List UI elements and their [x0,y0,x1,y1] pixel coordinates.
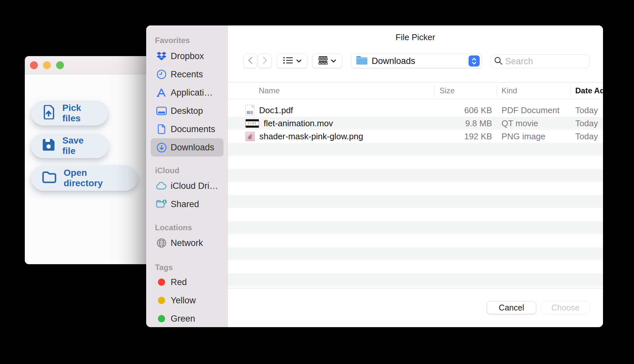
sidebar-item-label: Yellow [171,296,196,306]
sidebar-item-recents[interactable]: Recents [151,65,224,83]
column-header-kind[interactable]: Kind [502,83,517,99]
chevron-right-icon [263,57,267,65]
sidebar-item-label: Recents [171,69,203,80]
forward-button[interactable] [258,54,272,68]
sidebar-item-shared[interactable]: Shared [151,196,224,213]
empty-row [228,221,603,234]
back-button[interactable] [243,54,257,68]
file-date: Today [570,118,603,129]
chevron-down-icon [296,58,302,64]
section-favorites: Favorites [155,36,190,45]
dialog-title: File Picker [228,32,603,42]
file-browser-pane: File Picker [228,25,603,327]
section-locations: Locations [155,223,192,232]
appstore-a-icon [156,88,167,97]
empty-row [228,182,603,195]
column-header-date-added[interactable]: Date Added [575,83,603,99]
file-size: 192 KB [434,131,497,142]
sidebar-item-documents[interactable]: Documents [151,120,224,138]
footer-divider [228,288,603,288]
section-icloud: iCloud [155,166,179,175]
sidebar-item-downloads[interactable]: Downloads [151,138,224,157]
tag-dot-icon [156,297,167,304]
chevron-down-icon [331,58,336,64]
sidebar-item-label: Shared [171,199,199,209]
sidebar-item-label: Applicati… [171,88,213,98]
search-box[interactable] [490,54,590,68]
sidebar-item-label: Green [171,314,195,324]
file-size: 9.8 MB [434,118,497,129]
file-size: 606 KB [434,105,497,115]
sidebar-item-dropbox[interactable]: Dropbox [151,47,224,65]
group-mode-button[interactable] [312,54,342,68]
file-kind: PDF Document [497,105,570,115]
minimize-window-button[interactable] [43,61,51,69]
folder-open-icon [42,171,56,186]
close-window-button[interactable] [30,61,38,69]
empty-row [228,260,603,273]
column-header-size[interactable]: Size [440,83,455,99]
search-input[interactable] [505,56,603,67]
file-date: Today [570,105,603,115]
desktop-card-icon [156,107,167,115]
empty-row [228,247,603,260]
table-header: Name Size Kind Date Added [228,83,603,99]
cancel-button[interactable]: Cancel [487,301,536,314]
file-kind: PNG image [497,131,570,142]
file-name: shader-mask-pink-glow.png [259,131,363,142]
blue-folder-icon [356,56,368,66]
section-tags: Tags [155,263,173,272]
download-circle-icon [156,143,167,153]
pick-files-button[interactable]: Pick files [31,101,108,126]
file-row[interactable]: Doc1.pdf 606 KB PDF Document Today [228,104,603,117]
save-file-label: Save file [62,135,98,156]
location-dropdown[interactable]: Downloads [351,54,482,68]
column-divider [434,85,434,97]
sidebar-item-label: Desktop [171,106,203,116]
chevron-left-icon [248,57,253,65]
sidebar-item-applications[interactable]: Applicati… [151,83,224,102]
file-upload-icon [42,105,55,122]
view-mode-button[interactable] [277,54,308,68]
sidebar-item-tag-green[interactable]: Green [151,310,224,327]
file-row[interactable]: FLET flet-animation.mov 9.8 MB QT movie … [228,117,603,130]
sidebar-item-icloud-drive[interactable]: iCloud Dri… [151,177,224,194]
choose-button[interactable]: Choose [541,301,590,314]
empty-row [228,195,603,208]
screen: Pick files Save file Ope [0,0,634,364]
file-kind: QT movie [497,118,570,129]
list-view-icon [283,57,293,65]
finder-sidebar: Favorites Dropbox [146,25,228,327]
file-name: flet-animation.mov [264,118,333,129]
cloud-icon [156,182,167,190]
file-name: Doc1.pdf [259,105,293,115]
mov-thumb-icon: FLET [245,119,259,128]
sidebar-item-tag-red[interactable]: Red [151,274,224,291]
save-file-button[interactable]: Save file [31,133,109,158]
file-picker-dialog: Favorites Dropbox [146,25,603,327]
sidebar-item-desktop[interactable]: Desktop [151,102,224,120]
column-divider [497,85,497,97]
shared-folder-icon [156,199,167,209]
open-directory-button[interactable]: Open directory [31,165,138,191]
empty-row [228,143,603,156]
column-header-name[interactable]: Name [259,83,280,99]
sidebar-item-network[interactable]: Network [151,235,224,251]
location-label: Downloads [372,56,469,66]
empty-row [228,208,603,221]
empty-row [228,273,603,286]
tag-dot-icon [156,315,167,322]
sidebar-item-label: Red [171,277,187,287]
sidebar-item-label: iCloud Dri… [171,181,218,191]
sidebar-item-label: Downloads [171,143,214,153]
file-row[interactable]: shader-mask-pink-glow.png 192 KB PNG ima… [228,130,603,143]
sidebar-item-label: Dropbox [171,51,204,61]
sidebar-item-tag-yellow[interactable]: Yellow [151,292,224,309]
dropbox-icon [156,52,167,61]
header-divider [228,99,603,99]
empty-row [228,234,603,247]
empty-row [228,156,603,169]
document-page-icon [156,124,167,134]
pick-files-label: Pick files [62,103,97,124]
zoom-window-button[interactable] [56,61,64,69]
